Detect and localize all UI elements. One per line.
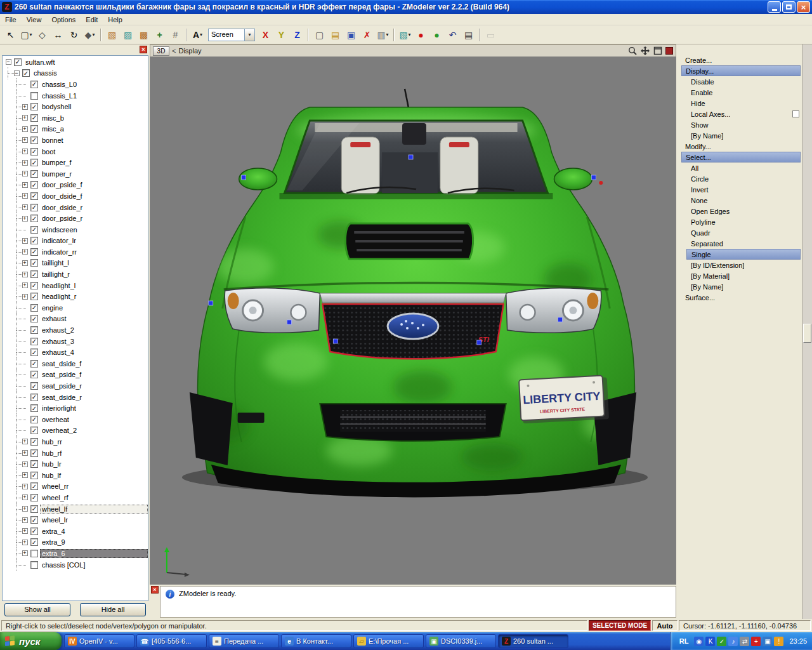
language-indicator[interactable]: RL (677, 637, 691, 646)
package-icon[interactable]: ▧▾ (398, 27, 412, 42)
rect-select-icon[interactable]: ▢▾ (19, 27, 34, 42)
node-interiorlight[interactable]: ✓interiorlight (4, 402, 148, 414)
axes-toggle-icon[interactable]: + (152, 27, 167, 42)
view-front-icon[interactable]: ▨ (121, 27, 135, 42)
expander-plus-icon[interactable]: + (20, 146, 29, 157)
label-door-pside-f[interactable]: door_pside_f (40, 180, 84, 189)
node-bonnet[interactable]: +✓bonnet (4, 135, 148, 146)
task-dsci0339-j[interactable]: ▣DSCI0339.j... (426, 634, 496, 648)
node-seat-dside-f[interactable]: ✓seat_dside_f (4, 358, 148, 369)
node-boot[interactable]: +✓boot (4, 146, 148, 157)
label-taillight-l[interactable]: taillight_l (40, 258, 71, 267)
expander-plus-icon[interactable]: + (20, 235, 29, 247)
select-arrow-icon[interactable]: ↖ (3, 27, 18, 42)
label-hub-lr[interactable]: hub_lr (40, 460, 63, 468)
tray-ok-icon[interactable]: ✓ (717, 637, 726, 646)
tray-shield-icon[interactable]: + (751, 637, 761, 646)
node-hub-lf[interactable]: +✓hub_lf (4, 470, 148, 481)
label-exhaust-4[interactable]: exhaust_4 (40, 348, 76, 357)
node-hub-rr[interactable]: +✓hub_rr (4, 436, 148, 448)
cmd-single[interactable]: Single (686, 249, 801, 260)
cmd-none[interactable]: None (681, 195, 801, 206)
cmd-disable[interactable]: Disable (681, 76, 801, 87)
view-top-icon[interactable]: ▧ (105, 27, 119, 42)
font-button[interactable]: A▾ (190, 27, 205, 42)
y-axis-button[interactable]: Y (274, 27, 289, 42)
label-chassis-l1[interactable]: chassis_L1 (40, 91, 79, 100)
tray-app-icon[interactable]: ◉ (694, 637, 704, 646)
checkbox-chassis-l1[interactable] (30, 92, 38, 100)
cmd-modify[interactable]: Modify... (681, 141, 801, 152)
label-seat-pside-f[interactable]: seat_pside_f (40, 370, 83, 379)
checkbox-extra-4[interactable]: ✓ (30, 527, 38, 535)
node-wheel-rr[interactable]: +✓wheel_rr (4, 481, 148, 493)
label-wheel-rr[interactable]: wheel_rr (40, 482, 70, 491)
node-door-pside-f[interactable]: +✓door_pside_f (4, 180, 148, 191)
node-extra-6[interactable]: +extra_6 (4, 548, 148, 559)
checkbox-bodyshell[interactable]: ✓ (30, 103, 38, 110)
node-exhaust[interactable]: ✓exhaust (4, 314, 148, 325)
node-chassis-l0[interactable]: ✓chassis_L0 (4, 79, 148, 90)
checkbox-bonnet[interactable]: ✓ (30, 136, 38, 144)
tray-usb-icon[interactable]: ⇄ (740, 637, 749, 646)
open-file-icon[interactable]: ▤ (328, 27, 343, 42)
checkbox-bumper-f[interactable]: ✓ (30, 159, 38, 166)
checkbox-door-dside-r[interactable]: ✓ (30, 204, 38, 211)
task-в-контакт[interactable]: eВ Контакт... (281, 634, 351, 648)
label-engine[interactable]: engine (40, 303, 65, 312)
checkbox-exhaust-3[interactable]: ✓ (30, 338, 38, 345)
label-indicator-lr[interactable]: indicator_lr (40, 236, 78, 245)
label-bodyshell[interactable]: bodyshell (40, 102, 73, 111)
x-axis-button[interactable]: X (258, 27, 273, 42)
checkbox-seat-dside-r[interactable]: ✓ (30, 394, 38, 401)
label-bonnet[interactable]: bonnet (40, 136, 65, 145)
node-sultan-wft[interactable]: −✓sultan.wft (4, 56, 148, 68)
cmd-display[interactable]: Display... (681, 65, 801, 76)
node-bumper-r[interactable]: +✓bumper_r (4, 168, 148, 180)
node-extra-9[interactable]: +✓extra_9 (4, 537, 148, 548)
checkbox-wheel-lf[interactable]: ✓ (30, 505, 38, 513)
maximize-viewport-icon[interactable] (653, 46, 663, 56)
cmd-separated[interactable]: Separated (681, 238, 801, 249)
menu-options[interactable]: Options (46, 15, 81, 25)
expander-plus-icon[interactable]: + (20, 157, 29, 168)
viewport-view-name[interactable]: Display (178, 47, 201, 55)
label-bumper-f[interactable]: bumper_f (40, 158, 73, 167)
plugins-icon[interactable]: ● (429, 27, 444, 42)
scale-tool-icon[interactable]: ◆▾ (82, 27, 97, 42)
local-axes-box[interactable] (792, 110, 799, 117)
checkbox-wheel-rr[interactable]: ✓ (30, 482, 38, 490)
node-misc-b[interactable]: +✓misc_b (4, 112, 148, 124)
label-extra-4[interactable]: extra_4 (40, 527, 67, 536)
expander-minus-icon[interactable]: − (12, 68, 21, 79)
node-hub-lr[interactable]: +✓hub_lr (4, 458, 148, 470)
expander-plus-icon[interactable]: + (20, 190, 29, 202)
checkbox-hub-lf[interactable]: ✓ (30, 472, 38, 479)
label-indicator-rr[interactable]: indicator_rr (40, 248, 79, 256)
cmd-by-id-extension[interactable]: [By ID/Extension] (681, 260, 801, 270)
scale-tool-icon-dropdown[interactable]: ▾ (92, 32, 95, 37)
show-all-button[interactable]: Show all (4, 603, 70, 616)
node-taillight-r[interactable]: +✓taillight_r (4, 269, 148, 280)
node-door-dside-f[interactable]: +✓door_dside_f (4, 190, 148, 202)
checkbox-wheel-lr[interactable]: ✓ (30, 516, 38, 524)
label-misc-a[interactable]: misc_a (40, 124, 66, 133)
label-hub-lf[interactable]: hub_lf (40, 471, 63, 480)
checkbox-exhaust-4[interactable]: ✓ (30, 348, 38, 356)
node-extra-4[interactable]: +✓extra_4 (4, 526, 148, 537)
label-hub-rf[interactable]: hub_rf (40, 449, 63, 458)
expander-plus-icon[interactable]: + (20, 246, 29, 258)
expander-plus-icon[interactable]: + (20, 514, 29, 526)
node-exhaust-4[interactable]: ✓exhaust_4 (4, 347, 148, 358)
menu-help[interactable]: Help (103, 15, 128, 25)
label-overheat[interactable]: overheat (40, 415, 71, 424)
expander-plus-icon[interactable]: + (20, 526, 29, 537)
checkbox-seat-dside-f[interactable]: ✓ (30, 360, 38, 368)
tray-chat-icon[interactable]: K (705, 637, 715, 646)
node-windscreen[interactable]: ✓windscreen (4, 224, 148, 235)
log-icon[interactable]: ▤ (461, 27, 476, 42)
checkbox-bumper-r[interactable]: ✓ (30, 170, 38, 178)
expander-plus-icon[interactable]: + (20, 258, 29, 269)
checkbox-hub-lr[interactable]: ✓ (30, 460, 38, 468)
node-door-pside-r[interactable]: +✓door_pside_r (4, 213, 148, 224)
